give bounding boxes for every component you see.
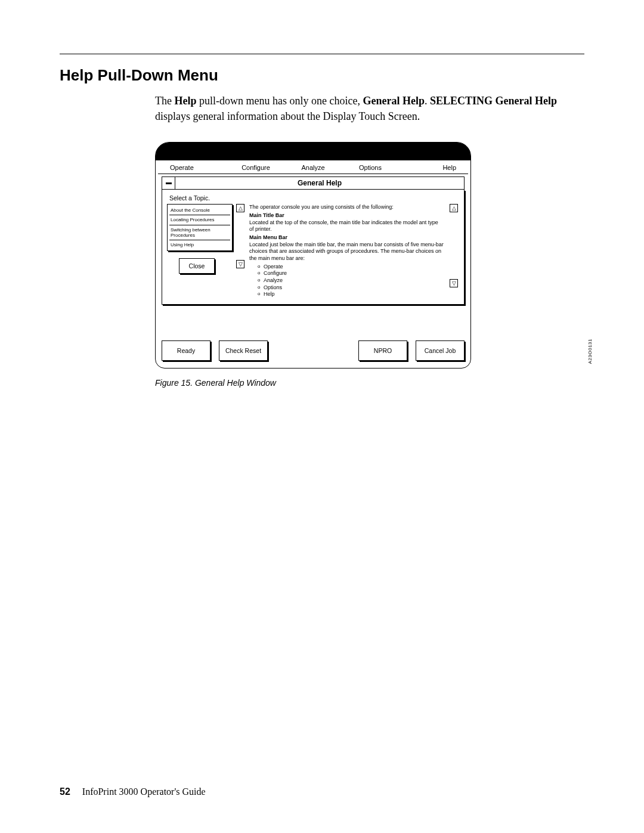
content-scrollbar: △ ▽ [450, 204, 459, 287]
help-subhead-main-menu-bar: Main Menu Bar [249, 234, 444, 241]
help-menu-item: Configure [258, 270, 444, 277]
page-number: 52 [60, 786, 70, 797]
dialog-header: General Help [162, 176, 465, 190]
page-footer: 52 InfoPrint 3000 Operator's Guide [60, 786, 206, 797]
intro-text: displays general information about the D… [155, 110, 420, 122]
scroll-down-icon[interactable]: ▽ [236, 260, 244, 268]
scroll-up-icon[interactable]: △ [450, 204, 458, 212]
help-content: The operator console you are using consi… [249, 204, 446, 298]
help-text: Located at the top of the console, the m… [249, 219, 444, 233]
general-help-dialog: General Help Select a Topic. About the C… [162, 176, 465, 305]
scroll-up-icon[interactable]: △ [236, 204, 244, 212]
figure-wrap: Operate Configure Analyze Options Help G… [155, 142, 584, 368]
intro-text: The [155, 95, 174, 107]
menu-analyze[interactable]: Analyze [284, 164, 342, 171]
help-menu-item: Analyze [258, 277, 444, 284]
menu-configure[interactable]: Configure [227, 164, 284, 171]
help-menu-item: Options [258, 284, 444, 292]
menu-options[interactable]: Options [342, 164, 399, 171]
help-subhead-main-title-bar: Main Title Bar [249, 212, 444, 219]
intro-bold-general-help: General Help [363, 95, 424, 107]
section-title: Help Pull-Down Menu [60, 66, 584, 85]
system-menu-icon[interactable] [162, 177, 175, 189]
menu-operate[interactable]: Operate [170, 164, 227, 171]
topic-item-usinghelp[interactable]: Using Help [169, 240, 230, 249]
top-rule [60, 54, 584, 54]
intro-text: pull-down menu has only one choice, [197, 95, 363, 107]
dialog-title: General Help [175, 177, 464, 189]
intro-bold-selecting: SELECTING General Help [430, 95, 557, 107]
intro-paragraph: The Help pull-down menu has only one cho… [155, 93, 578, 124]
check-reset-button[interactable]: Check Reset [219, 340, 268, 361]
help-text: Located just below the main title bar, t… [249, 241, 444, 262]
help-text: The operator console you are using consi… [249, 204, 444, 211]
ready-button[interactable]: Ready [162, 340, 210, 361]
topic-item-about[interactable]: About the Console [169, 206, 230, 215]
npro-button[interactable]: NPRO [358, 340, 407, 361]
help-menu-list: Operate Configure Analyze Options Help [249, 264, 444, 298]
intro-bold-help: Help [174, 95, 196, 107]
footer-button-row: Ready Check Reset NPRO Cancel Job [162, 340, 465, 361]
topic-item-switching[interactable]: Switching between Procedures [169, 225, 230, 240]
help-menu-item: Operate [258, 264, 444, 271]
figure-code: A23O0131 [587, 339, 593, 364]
window-titlebar [156, 143, 470, 160]
help-menu-item: Help [258, 291, 444, 298]
select-topic-label: Select a Topic. [169, 194, 459, 202]
dialog-body: Select a Topic. About the Console Locati… [162, 190, 465, 305]
menu-help[interactable]: Help [399, 164, 456, 171]
figure-caption: Figure 15. General Help Window [155, 378, 584, 388]
scroll-down-icon[interactable]: ▽ [450, 279, 458, 287]
main-menu-bar: Operate Configure Analyze Options Help [158, 160, 468, 174]
intro-text: . [425, 95, 430, 107]
footer-title: InfoPrint 3000 Operator's Guide [82, 786, 206, 797]
close-button[interactable]: Close [179, 258, 215, 274]
topic-item-locating[interactable]: Locating Procedures [169, 215, 230, 225]
cancel-job-button[interactable]: Cancel Job [416, 340, 465, 361]
console-window: Operate Configure Analyze Options Help G… [155, 142, 471, 368]
topic-list: About the Console Locating Procedures Sw… [167, 204, 233, 251]
topic-scrollbar: △ ▽ [236, 204, 246, 268]
